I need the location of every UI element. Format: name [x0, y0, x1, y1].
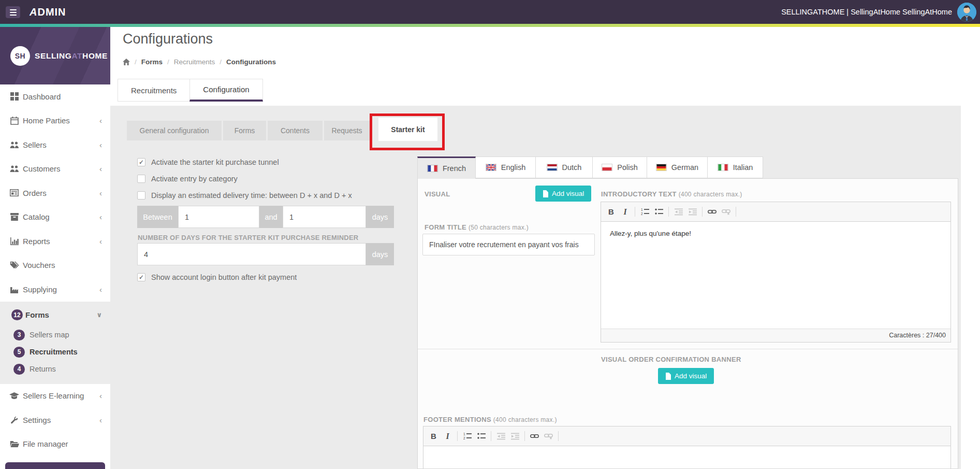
tab-recruitments[interactable]: Recruitments [118, 79, 190, 102]
chevron-left-icon: ‹ [99, 189, 102, 197]
chevron-left-icon: ‹ [99, 237, 102, 246]
sidebar-item-forms[interactable]: 12 Forms ∨ [0, 304, 110, 326]
flag-germany-icon [656, 164, 667, 171]
user-account-label[interactable]: SELLINGATHOME | SellingAtHome SellingAtH… [781, 8, 952, 16]
orders-list-icon [9, 189, 19, 197]
tab-configuration[interactable]: Configuration [189, 79, 262, 102]
chevron-left-icon: ‹ [99, 164, 102, 173]
sidebar-item-label: Supplying [23, 285, 57, 294]
subtab-general-configuration[interactable]: General configuration [127, 121, 222, 140]
tab-lang-german[interactable]: German [647, 157, 708, 178]
french-tab-panel: VISUAL Add visual FORM TITLE (50 charact… [417, 178, 958, 469]
sidebar-item-supplying[interactable]: Supplying ‹ [0, 277, 110, 302]
show-login-button-checkbox[interactable]: ✓ [137, 273, 145, 281]
subtab-contents[interactable]: Contents [268, 121, 323, 140]
tab-lang-polish[interactable]: Polish [592, 157, 647, 178]
bar-chart-icon [9, 237, 19, 246]
link-icon[interactable] [528, 430, 542, 443]
italic-icon[interactable]: I [618, 205, 632, 219]
flag-netherlands-icon [547, 164, 558, 171]
add-banner-visual-button[interactable]: Add visual [658, 368, 714, 384]
starter-kit-settings-form: ✓ Activate the starter kit purchase tunn… [137, 156, 394, 301]
sidebar-item-orders[interactable]: Orders ‹ [0, 181, 110, 205]
numbered-list-icon[interactable]: 12 [460, 430, 474, 443]
sidebar-item-dashboard[interactable]: Dashboard [0, 84, 110, 109]
subtab-forms[interactable]: Forms [223, 121, 266, 140]
user-avatar[interactable] [957, 3, 976, 22]
tab-lang-italian[interactable]: Italian [707, 157, 763, 178]
confirmation-banner-label: VISUAL ORDER CONFIRMATION BANNER [601, 356, 741, 363]
flag-italy-icon [718, 164, 728, 171]
flag-uk-icon [486, 164, 496, 171]
subtab-requests[interactable]: Requests [324, 121, 370, 140]
admin-brand-logo: ADMIN [30, 0, 66, 24]
delivery-time-checkbox[interactable]: ✓ [137, 191, 145, 200]
graduation-cap-icon [9, 391, 19, 400]
lang-label: French [443, 164, 466, 173]
sidebar-item-vouchers[interactable]: Vouchers [0, 253, 110, 278]
footer-mentions-content[interactable] [423, 446, 950, 469]
bullet-list-icon[interactable] [652, 205, 666, 219]
sidebar-item-label: Home Parties [23, 116, 70, 125]
person-avatar-icon [957, 3, 976, 22]
breadcrumb-recruitments[interactable]: Recruitments [174, 58, 215, 66]
chevron-left-icon: ‹ [99, 416, 102, 424]
sidebar-item-catalog[interactable]: Catalog ‹ [0, 205, 110, 230]
chevron-down-icon: ∨ [96, 311, 102, 319]
sidebar-item-label: Forms [25, 310, 49, 319]
sidebar-menu: Dashboard Home Parties ‹ Sellers ‹ Custo… [0, 84, 110, 456]
sidebar-item-home-parties[interactable]: Home Parties ‹ [0, 109, 110, 133]
italic-icon[interactable]: I [441, 430, 455, 443]
checkbox-row: ✓ Activate the starter kit purchase tunn… [137, 158, 279, 166]
checkbox-label: Display an estimated delivery time: betw… [151, 191, 352, 200]
sidebar-item-label: Customers [23, 164, 61, 173]
tags-icon [9, 261, 19, 269]
subtab-starter-kit[interactable]: Starter kit [378, 118, 437, 141]
entry-by-category-checkbox[interactable]: ✓ [137, 175, 145, 183]
sidebar-bottom-button[interactable] [5, 462, 105, 469]
sidebar-item-settings[interactable]: Settings ‹ [0, 408, 110, 432]
sidebar-item-label: Sellers map [30, 331, 69, 339]
sidebar-item-sellers[interactable]: Sellers ‹ [0, 133, 110, 157]
home-icon[interactable] [123, 59, 130, 65]
chevron-left-icon: ‹ [99, 140, 102, 149]
hamburger-icon [10, 9, 17, 10]
sidebar-item-recruitments[interactable]: 5 Recruitments [0, 344, 110, 361]
reminder-days-input[interactable] [137, 243, 366, 265]
activate-tunnel-checkbox[interactable]: ✓ [137, 158, 145, 166]
flag-poland-icon [602, 164, 612, 171]
hamburger-menu-button[interactable] [6, 6, 20, 18]
sidebar-item-returns[interactable]: 4 Returns [0, 361, 110, 378]
sidebar-item-customers[interactable]: Customers ‹ [0, 157, 110, 181]
tab-lang-english[interactable]: English [475, 157, 536, 178]
sidebar-item-file-manager[interactable]: File manager [0, 432, 110, 457]
tab-lang-dutch[interactable]: Dutch [535, 157, 593, 178]
sidebar-item-reports[interactable]: Reports ‹ [0, 229, 110, 253]
bullet-list-icon[interactable] [474, 430, 488, 443]
sidebar-group-forms: 12 Forms ∨ 3 Sellers map 5 Recruitments … [0, 302, 110, 384]
form-title-input[interactable] [422, 234, 595, 255]
bold-icon[interactable]: B [427, 430, 441, 443]
tab-lang-french[interactable]: French [417, 157, 476, 179]
decrease-indent-icon [671, 205, 685, 219]
breadcrumb-current: Configurations [226, 58, 276, 66]
delivery-max-input[interactable] [283, 206, 366, 228]
sidebar-item-sellers-map[interactable]: 3 Sellers map [0, 326, 110, 344]
sidebar-logo[interactable]: SH SELLINGATHOME [0, 27, 110, 84]
sidebar-item-label: Settings [23, 416, 51, 424]
file-icon [665, 373, 671, 380]
increase-indent-icon [508, 430, 522, 443]
breadcrumb-forms[interactable]: Forms [141, 58, 163, 66]
numbered-list-icon[interactable]: 12 [638, 205, 652, 219]
top-bar: ADMIN SELLINGATHOME | SellingAtHome Sell… [0, 0, 980, 24]
sidebar-item-label: Orders [23, 189, 47, 197]
sidebar-item-sellers-elearning[interactable]: Sellers E-learning ‹ [0, 384, 110, 408]
users-icon [9, 140, 19, 149]
delivery-min-input[interactable] [178, 206, 259, 228]
link-icon[interactable] [705, 205, 719, 219]
introductory-text-content[interactable]: Allez-y, plus qu'une étape! [601, 222, 950, 329]
introductory-text-editor: B I 12 Allez-y, plus qu'une étape! Carac… [601, 202, 951, 343]
add-visual-button[interactable]: Add visual [535, 186, 591, 202]
accent-gradient-strip [0, 24, 980, 27]
bold-icon[interactable]: B [604, 205, 618, 219]
